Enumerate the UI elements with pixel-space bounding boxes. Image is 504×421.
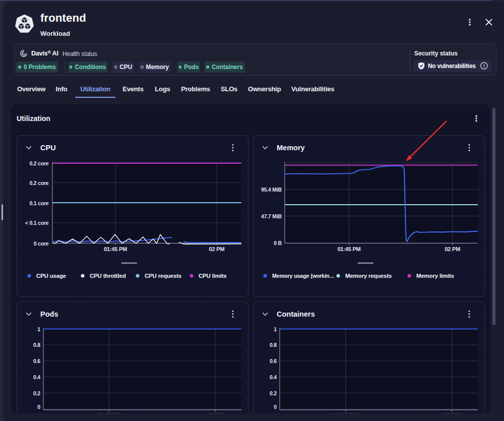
svg-text:0.2: 0.2 <box>33 390 40 396</box>
svg-text:0.2: 0.2 <box>270 390 277 396</box>
svg-text:0.2 core: 0.2 core <box>29 180 48 186</box>
svg-text:0: 0 <box>274 404 277 410</box>
svg-text:0.8: 0.8 <box>270 342 277 348</box>
svg-text:47.7 MiB: 47.7 MiB <box>261 213 282 219</box>
svg-text:0.6: 0.6 <box>270 358 277 364</box>
svg-text:01:45 PM: 01:45 PM <box>104 246 127 252</box>
svg-text:Pods: Pods <box>40 310 58 318</box>
svg-text:CPU limits: CPU limits <box>199 273 227 279</box>
svg-text:< 0.1 core: < 0.1 core <box>25 220 49 226</box>
svg-text:0.1 core: 0.1 core <box>29 200 48 206</box>
svg-text:02 PM: 02 PM <box>445 246 460 252</box>
svg-text:0.6: 0.6 <box>33 358 40 364</box>
svg-text:0.8: 0.8 <box>33 342 40 348</box>
svg-text:0: 0 <box>37 404 40 410</box>
svg-text:01:45 PM: 01:45 PM <box>337 246 360 252</box>
svg-text:0 B: 0 B <box>274 240 282 246</box>
svg-text:1: 1 <box>274 326 277 332</box>
svg-text:Memory usage (workin…: Memory usage (workin… <box>272 273 335 279</box>
svg-text:CPU: CPU <box>40 144 56 152</box>
svg-text:01:45 PM: 01:45 PM <box>334 412 357 414</box>
svg-text:02 PM: 02 PM <box>444 412 460 414</box>
svg-text:Containers: Containers <box>277 310 315 318</box>
svg-text:02 PM: 02 PM <box>209 246 225 252</box>
svg-text:01:45 PM: 01:45 PM <box>97 412 120 414</box>
svg-text:0.4: 0.4 <box>33 374 40 380</box>
svg-text:1: 1 <box>37 326 40 332</box>
svg-text:Memory: Memory <box>277 144 305 152</box>
svg-text:0.4: 0.4 <box>270 374 277 380</box>
svg-text:CPU usage: CPU usage <box>36 273 66 279</box>
svg-text:CPU throttled: CPU throttled <box>90 273 126 279</box>
svg-text:02 PM: 02 PM <box>207 412 223 414</box>
svg-text:CPU requests: CPU requests <box>145 273 181 279</box>
svg-text:95.4 MiB: 95.4 MiB <box>261 187 282 193</box>
svg-text:Memory limits: Memory limits <box>416 273 454 279</box>
svg-text:0 core: 0 core <box>34 240 49 247</box>
svg-text:0.2 core: 0.2 core <box>29 160 48 166</box>
svg-text:Memory requests: Memory requests <box>345 273 392 279</box>
